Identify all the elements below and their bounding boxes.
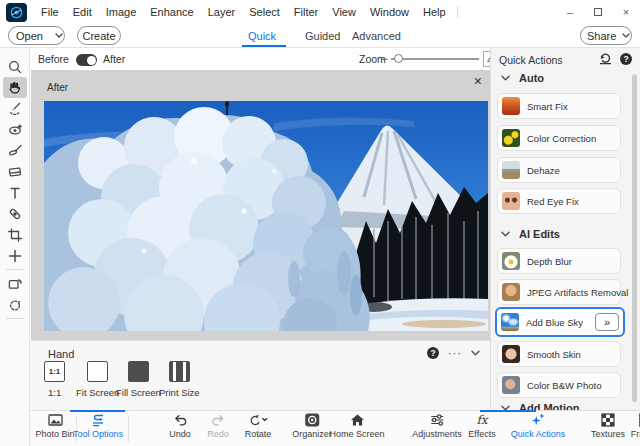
action-color-bw-photo[interactable]: Color B&W Photo (497, 372, 621, 398)
taskbar-photo-bin[interactable]: Photo Bin (35, 413, 74, 439)
chevron-down-icon (501, 75, 510, 81)
taskbar-undo[interactable]: Undo (169, 413, 191, 439)
quick-actions-label: Quick Actions (511, 429, 566, 439)
share-button[interactable]: Share (580, 26, 632, 45)
jpeg-artifacts-removal-label: JPEG Artifacts Removal (527, 287, 628, 298)
spot-healing-brush-tool[interactable] (3, 203, 27, 224)
zoom-1to1-button[interactable]: 1:1 (44, 361, 65, 382)
section-ai-edits[interactable]: AI Edits (501, 228, 560, 240)
rotate-tool[interactable] (3, 294, 27, 315)
home-icon (349, 413, 365, 427)
red-eye-fix-thumbnail (502, 192, 520, 210)
print-size-box (169, 361, 190, 382)
maximize-button[interactable] (584, 0, 612, 24)
hand-tool[interactable] (3, 77, 27, 98)
menu-enhance[interactable]: Enhance (143, 6, 200, 18)
close-image-icon[interactable]: × (474, 73, 482, 89)
taskbar-quick-actions[interactable]: Quick Actions (511, 413, 566, 439)
fill-screen-button[interactable] (128, 361, 149, 382)
action-color-correction[interactable]: Color Correction (497, 125, 621, 151)
dehaze-thumbnail (502, 161, 520, 179)
active-tab-underline (242, 45, 286, 47)
menu-select[interactable]: Select (242, 6, 287, 18)
type-tool[interactable] (3, 182, 27, 203)
create-button[interactable]: Create (77, 26, 121, 45)
taskbar-redo[interactable]: Redo (207, 413, 229, 439)
menu-view[interactable]: View (325, 6, 363, 18)
photo-frozen-fountain-mount-fuji[interactable] (44, 101, 488, 331)
section-auto[interactable]: Auto (501, 72, 544, 84)
straighten-tool[interactable] (3, 161, 27, 182)
menu-layer[interactable]: Layer (201, 6, 243, 18)
taskbar-home-screen[interactable]: Home Screen (329, 413, 384, 439)
close-window-button[interactable]: × (612, 0, 640, 24)
action-red-eye-fix[interactable]: Red Eye Fix (497, 188, 621, 214)
menu-file[interactable]: File (34, 6, 66, 18)
expand-action-button[interactable]: » (595, 313, 619, 331)
taskbar-rotate[interactable]: Rotate (245, 413, 272, 439)
tab-guided[interactable]: Guided (305, 24, 340, 47)
effects-label: Effects (468, 429, 495, 439)
color-bw-photo-label: Color B&W Photo (527, 380, 601, 391)
menu-filter[interactable]: Filter (287, 6, 325, 18)
action-smooth-skin[interactable]: Smooth Skin (497, 341, 621, 367)
menu-help[interactable]: Help (416, 6, 453, 18)
quick-selection-tool[interactable] (3, 98, 27, 119)
taskbar-organizer[interactable]: Organizer (292, 413, 332, 439)
zoom-slider-track[interactable] (391, 58, 479, 60)
zoom-1to1-box: 1:1 (44, 361, 65, 382)
reset-icon[interactable] (598, 52, 613, 65)
taskbar-frames[interactable]: Frames (631, 413, 640, 439)
chevron-down-icon[interactable] (50, 33, 68, 38)
whiten-teeth-tool[interactable] (3, 140, 27, 161)
smooth-skin-thumbnail (502, 345, 520, 363)
jpeg-artifacts-removal-thumbnail (502, 283, 520, 301)
collapse-chevron-icon[interactable] (471, 350, 480, 356)
tab-quick[interactable]: Quick (248, 24, 276, 47)
action-dehaze[interactable]: Dehaze (497, 157, 621, 183)
effects-icon: fx (476, 413, 487, 427)
tool-divider (6, 269, 24, 270)
red-eye-removal-tool[interactable] (3, 119, 27, 140)
action-jpeg-artifacts-removal[interactable]: JPEG Artifacts Removal (497, 279, 621, 305)
taskbar-tool-options[interactable]: Tool Options (73, 413, 123, 439)
action-add-blue-sky[interactable]: Add Blue Sky » (495, 307, 625, 337)
menu-window[interactable]: Window (363, 6, 416, 18)
zoom-tool[interactable] (3, 56, 27, 77)
frames-label: Frames (631, 429, 640, 439)
zoom-slider-handle[interactable] (394, 54, 403, 63)
tool-divider (6, 318, 24, 319)
fill-screen-box (128, 361, 149, 382)
photo-transform-tool[interactable] (3, 273, 27, 294)
tab-advanced[interactable]: Advanced (352, 24, 401, 47)
help-icon[interactable]: ? (620, 53, 632, 65)
toggle-knob (87, 56, 96, 65)
zoom-minus-icon[interactable]: − (381, 52, 388, 66)
minimize-button[interactable]: – (556, 0, 584, 24)
smooth-skin-label: Smooth Skin (527, 349, 581, 360)
open-button[interactable]: Open (8, 26, 65, 45)
move-tool[interactable] (3, 245, 27, 266)
print-size-button[interactable] (169, 361, 190, 382)
taskbar-textures[interactable]: Textures (591, 413, 625, 439)
taskbar-effects[interactable]: fx Effects (468, 413, 495, 439)
fit-screen-button[interactable] (87, 361, 108, 382)
action-smart-fix[interactable]: Smart Fix (497, 93, 621, 119)
rotate-icon (246, 413, 270, 427)
help-icon[interactable]: ? (427, 347, 439, 359)
action-depth-blur[interactable]: Depth Blur (497, 248, 621, 274)
more-options-icon[interactable]: ··· (448, 349, 462, 357)
panel-scrollbar[interactable] (632, 74, 637, 402)
quick-actions-active-line (480, 410, 536, 412)
before-after-toggle[interactable] (76, 54, 97, 66)
image-canvas[interactable]: After × (31, 70, 490, 340)
menu-edit[interactable]: Edit (66, 6, 99, 18)
menu-image[interactable]: Image (99, 6, 144, 18)
bottom-taskbar: Photo Bin Tool Options Undo Redo Rotate … (30, 410, 640, 446)
crop-tool[interactable] (3, 224, 27, 245)
taskbar-adjustments[interactable]: Adjustments (412, 413, 462, 439)
maximize-icon (594, 8, 602, 16)
section-add-motion[interactable]: Add Motion (501, 402, 579, 410)
fill-screen-label: Fill Screen (116, 387, 161, 398)
quick-actions-icon (530, 413, 546, 427)
